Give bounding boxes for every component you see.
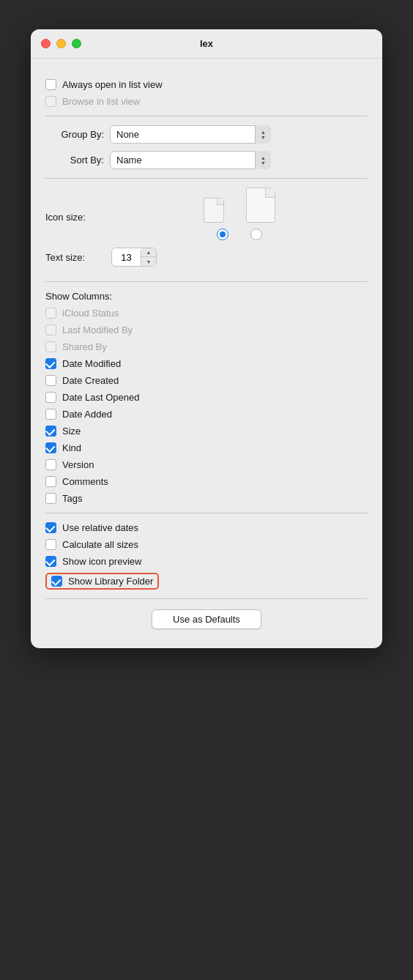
sort-by-row: Sort By: Name Kind Date Modified Date Cr…	[45, 151, 368, 169]
group-by-label: Group By:	[45, 129, 104, 140]
comments-row: Comments	[45, 476, 368, 487]
show-icon-preview-label: Show icon preview	[62, 556, 141, 567]
tags-label: Tags	[62, 493, 82, 504]
small-file-icon	[204, 198, 224, 223]
stepper-arrows: ▲ ▼	[141, 248, 156, 266]
icon-text-size-section: Icon size: Text size: 13 ▲ ▼	[45, 179, 368, 282]
file-icons-container	[111, 188, 368, 223]
group-by-row: Group By: None Name Kind Date Modified D…	[45, 125, 368, 144]
text-size-value: 13	[112, 250, 141, 265]
show-icon-preview-checkbox[interactable]	[45, 556, 56, 567]
comments-label: Comments	[62, 476, 108, 487]
extra-options-section: Use relative dates Calculate all sizes S…	[45, 513, 368, 599]
large-icon-radio[interactable]	[250, 229, 262, 240]
small-icon-radio[interactable]	[217, 229, 228, 240]
date-created-row: Date Created	[45, 375, 368, 386]
tags-checkbox[interactable]	[45, 493, 56, 504]
stepper-up-button[interactable]: ▲	[141, 248, 156, 257]
sort-by-label: Sort By:	[45, 155, 104, 166]
icloud-status-checkbox[interactable]	[45, 308, 56, 319]
icon-size-row: Icon size:	[45, 188, 368, 223]
last-modified-by-checkbox[interactable]	[45, 324, 56, 335]
last-modified-by-label: Last Modified By	[62, 324, 133, 335]
use-defaults-section: Use as Defaults	[45, 599, 368, 636]
date-created-checkbox[interactable]	[45, 375, 56, 386]
last-modified-by-row: Last Modified By	[45, 324, 368, 335]
group-by-select-wrapper: None Name Kind Date Modified Date Create…	[110, 125, 271, 144]
groupby-sortby-section: Group By: None Name Kind Date Modified D…	[45, 116, 368, 179]
minimize-button[interactable]	[56, 39, 66, 48]
show-icon-preview-row: Show icon preview	[45, 556, 368, 567]
close-button[interactable]	[41, 39, 51, 48]
window-title: lex	[200, 38, 213, 49]
date-modified-row: Date Modified	[45, 358, 368, 369]
shared-by-checkbox[interactable]	[45, 341, 56, 352]
tags-row: Tags	[45, 493, 368, 504]
group-by-select[interactable]: None Name Kind Date Modified Date Create…	[110, 125, 271, 144]
finder-view-options-window: lex Always open in list view Browse in l…	[31, 29, 382, 648]
maximize-button[interactable]	[72, 39, 81, 48]
kind-row: Kind	[45, 442, 368, 453]
shared-by-label: Shared By	[62, 341, 107, 352]
shared-by-row: Shared By	[45, 341, 368, 352]
use-as-defaults-button[interactable]: Use as Defaults	[152, 609, 261, 629]
always-open-list-checkbox[interactable]	[45, 79, 56, 90]
use-relative-dates-label: Use relative dates	[62, 522, 138, 533]
version-row: Version	[45, 459, 368, 470]
calculate-all-sizes-label: Calculate all sizes	[62, 539, 138, 550]
show-columns-section: Show Columns: iCloud Status Last Modifie…	[45, 282, 368, 513]
title-bar: lex	[31, 29, 382, 59]
date-last-opened-label: Date Last Opened	[62, 392, 140, 403]
show-library-folder-checkbox[interactable]	[51, 576, 62, 587]
comments-checkbox[interactable]	[45, 476, 56, 487]
kind-label: Kind	[62, 442, 81, 453]
date-last-opened-checkbox[interactable]	[45, 392, 56, 403]
icloud-status-row: iCloud Status	[45, 308, 368, 319]
version-label: Version	[62, 459, 94, 470]
date-last-opened-row: Date Last Opened	[45, 392, 368, 403]
use-relative-dates-checkbox[interactable]	[45, 522, 56, 533]
date-added-row: Date Added	[45, 409, 368, 420]
calculate-all-sizes-row: Calculate all sizes	[45, 539, 368, 550]
show-library-folder-highlight: Show Library Folder	[45, 573, 159, 590]
window-content: Always open in list view Browse in list …	[31, 59, 382, 648]
date-modified-checkbox[interactable]	[45, 358, 56, 369]
sort-by-select[interactable]: Name Kind Date Modified Date Created Siz…	[110, 151, 271, 169]
sort-by-select-wrapper: Name Kind Date Modified Date Created Siz…	[110, 151, 271, 169]
size-row: Size	[45, 426, 368, 437]
calculate-all-sizes-checkbox[interactable]	[45, 539, 56, 550]
traffic-lights	[41, 39, 81, 48]
size-label: Size	[62, 426, 81, 437]
icon-size-label: Icon size:	[45, 212, 111, 223]
date-modified-label: Date Modified	[62, 358, 121, 369]
date-added-label: Date Added	[62, 409, 112, 420]
show-library-folder-label: Show Library Folder	[68, 576, 153, 587]
stepper-down-button[interactable]: ▼	[141, 257, 156, 266]
large-file-icon	[246, 188, 275, 223]
version-checkbox[interactable]	[45, 459, 56, 470]
show-columns-label: Show Columns:	[45, 291, 368, 302]
size-checkbox[interactable]	[45, 426, 56, 437]
browse-list-row: Browse in list view	[45, 96, 368, 107]
icon-size-radio-group	[111, 229, 368, 240]
date-added-checkbox[interactable]	[45, 409, 56, 420]
date-created-label: Date Created	[62, 375, 119, 386]
kind-checkbox[interactable]	[45, 442, 56, 453]
use-relative-dates-row: Use relative dates	[45, 522, 368, 533]
show-library-folder-row: Show Library Folder	[45, 573, 368, 590]
browse-list-label: Browse in list view	[62, 96, 140, 107]
browse-list-checkbox[interactable]	[45, 96, 56, 107]
list-view-section: Always open in list view Browse in list …	[45, 70, 368, 116]
icon-size-radio-row	[45, 229, 368, 240]
text-size-label: Text size:	[45, 252, 105, 263]
text-size-stepper[interactable]: 13 ▲ ▼	[111, 248, 157, 267]
text-size-row: Text size: 13 ▲ ▼	[45, 248, 368, 267]
always-open-list-row: Always open in list view	[45, 79, 368, 90]
icloud-status-label: iCloud Status	[62, 308, 119, 319]
always-open-list-label: Always open in list view	[62, 79, 163, 90]
